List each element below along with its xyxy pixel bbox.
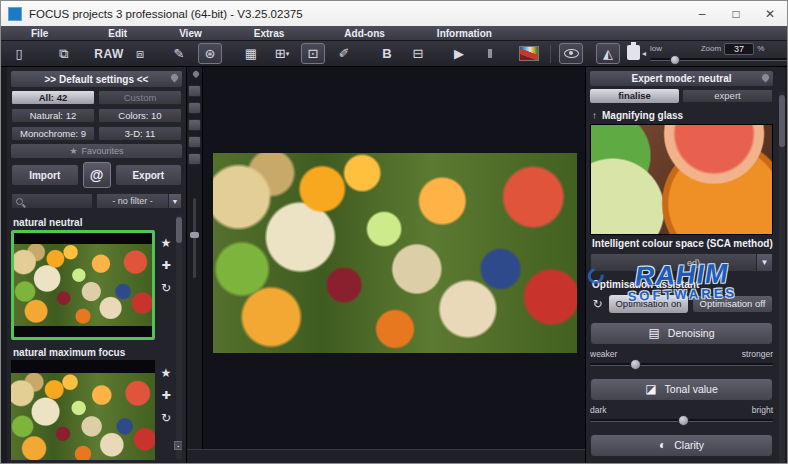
zoom-value-input[interactable]: 37 [724,43,754,55]
refresh-icon[interactable]: ↻ [161,281,171,295]
batch-button[interactable]: ⊞▾ [270,43,294,64]
menu-item-addons[interactable]: Add-ons [340,28,389,39]
image-canvas[interactable] [187,67,585,464]
play-button[interactable]: ▶ [447,43,471,64]
save-button[interactable]: ▦ [239,43,263,64]
canvas-zoom-slider[interactable] [193,198,196,278]
expert-panel-scrollbar[interactable] [779,91,785,464]
presets-panel-header[interactable]: >> Default settings << [11,71,182,87]
close-button[interactable]: ✕ [753,1,787,26]
tonal-slider-handle[interactable] [678,415,689,426]
preset-actions: ★ ✚ ↻ [158,360,174,460]
search-row: - no filter - ▼ [11,193,182,209]
tonal-value-button[interactable]: ◪ Tonal value [590,378,773,401]
before-after-button[interactable]: ◭ [596,43,620,64]
magnifier-preview[interactable] [590,124,773,236]
preset-list-scrollbar[interactable] [176,215,182,460]
denoising-slider[interactable]: weaker stronger [590,349,773,371]
favourite-star-icon[interactable]: ★ [161,366,172,380]
zoom-out-icon[interactable] [627,45,640,60]
brush-tool-button[interactable]: ✎ [167,43,191,64]
canvas-tool-button[interactable] [188,85,201,97]
scrollbar-thumb[interactable] [779,95,785,147]
add-icon[interactable]: ✚ [161,389,170,402]
raw-import-button[interactable]: RAW [97,43,121,64]
zoom-slider[interactable]: low Zoom 37 % high [650,43,788,65]
menu-item-edit[interactable]: Edit [104,28,131,39]
tonal-slider[interactable]: dark bright [590,405,773,427]
scrollbar-thumb[interactable] [176,217,182,243]
maximize-button[interactable]: □ [719,1,753,26]
colour-space-dropdown[interactable]: ed) ▼ [590,253,773,271]
reset-optimisation-icon[interactable]: ↻ [590,296,605,311]
menu-item-information[interactable]: Information [433,28,496,39]
canvas-tool-button[interactable] [188,153,201,165]
play-icon: ▶ [454,46,464,61]
batch-processing-button[interactable]: B [375,43,399,64]
filter-colors-button[interactable]: Colors: 10 [98,108,182,123]
raw-icon: RAW [94,47,124,61]
filmstrip-button[interactable]: ⊟ [406,43,430,64]
zoom-slider-handle[interactable] [670,55,680,65]
filter-custom-button[interactable]: Custom [98,90,182,105]
scrollbar-down-button[interactable]: ▪ [174,441,182,450]
preset-thumbnail[interactable] [11,360,155,460]
preset-thumbnail-selected[interactable] [11,230,155,340]
preset-thumbnail-image [14,244,152,326]
canvas-zoom-handle[interactable] [190,232,199,238]
filter-natural-button[interactable]: Natural: 12 [11,108,95,123]
import-button[interactable]: Import [11,164,79,186]
clarity-button[interactable]: ◐ Clarity [590,434,773,457]
crop-button[interactable]: ⊡ [301,43,325,64]
tab-finalise[interactable]: finalise [590,89,679,103]
list-item[interactable]: ★ ✚ ↻ [11,230,174,340]
optimisation-off-button[interactable]: Optimisation off [692,295,773,313]
denoising-slider-handle[interactable] [630,359,641,370]
denoising-button[interactable]: ▤ Denoising [590,322,773,345]
tab-expert[interactable]: expert [682,89,773,103]
expert-panel-header[interactable]: Expert mode: neutral [590,71,773,86]
optimisation-on-button[interactable]: Optimisation on [609,295,688,313]
favourites-button[interactable]: ★ Favourites [11,144,182,158]
filter-dropdown[interactable]: - no filter - ▼ [96,193,182,209]
presets-header-label: >> Default settings << [45,74,149,85]
histogram-button[interactable] [517,43,541,64]
favourite-star-icon[interactable]: ★ [161,236,172,250]
preview-toggle-button[interactable] [559,43,583,64]
menu-item-file[interactable]: File [27,28,52,39]
menu-item-view[interactable]: View [175,28,206,39]
canvas-tool-button[interactable] [188,119,201,131]
email-presets-button[interactable]: @ [83,162,111,188]
save-copy-button[interactable]: ⧉ [52,43,76,64]
refresh-icon[interactable]: ↻ [161,411,171,425]
clarity-icon: ◐ [659,438,666,452]
pin-icon[interactable] [170,73,180,83]
edited-photo[interactable] [213,153,577,353]
minimize-button[interactable]: – [685,1,719,26]
new-document-button[interactable]: ▯ [7,43,31,64]
pause-button[interactable]: ‖ [478,43,502,64]
annotate-button[interactable]: ✐ [332,43,356,64]
preset-list[interactable]: natural neutral ★ ✚ ↻ natural maximum fo… [11,215,182,460]
canvas-tool-button[interactable] [188,136,201,148]
magnifying-glass-section[interactable]: ↑ Magnifying glass [592,110,781,121]
palette-button[interactable]: ⊛ [198,43,222,64]
export-settings-button[interactable]: ⧈ [128,43,152,64]
filmstrip-icon: ⊟ [413,46,424,61]
batch-dropdown-arrow-icon: ▾ [286,50,290,58]
pin-icon[interactable] [761,73,771,83]
add-icon[interactable]: ✚ [161,259,170,272]
menu-item-extras[interactable]: Extras [250,28,289,39]
list-item[interactable]: ★ ✚ ↻ [11,360,174,460]
pin-icon[interactable] [192,70,200,78]
preset-search-input[interactable] [11,193,93,209]
canvas-tool-button[interactable] [188,102,201,114]
annotate-icon: ✐ [339,46,350,61]
filter-monochrome-button[interactable]: Monochrome: 9 [11,126,95,141]
denoising-slider-track[interactable] [590,363,773,366]
filter-3d-button[interactable]: 3-D: 11 [98,126,182,141]
filter-all-button[interactable]: All: 42 [11,90,95,105]
expert-panel: Expert mode: neutral finalise expert ↑ M… [585,67,785,464]
copy-icon: ⧉ [59,46,68,62]
export-button[interactable]: Export [115,164,183,186]
